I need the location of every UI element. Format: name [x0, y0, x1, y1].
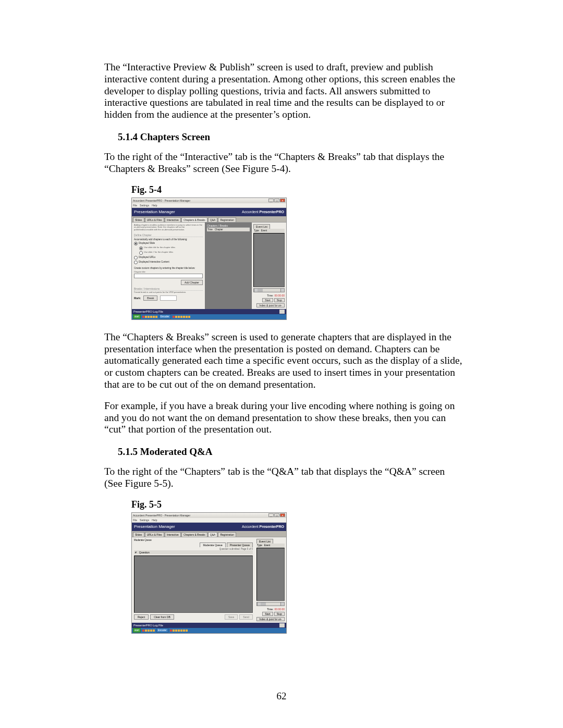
tray-icon[interactable] — [183, 316, 185, 318]
sub-radio-slide-number[interactable]: Use slide # for the chapter titles — [139, 251, 203, 255]
event-list-panel: Event List Type Event Time: — [252, 223, 286, 309]
scroll-thumb[interactable] — [261, 602, 266, 606]
ql-icon[interactable] — [142, 630, 144, 632]
save-button[interactable]: Save — [225, 614, 238, 620]
ql-icon[interactable] — [153, 630, 155, 632]
event-list[interactable] — [253, 233, 285, 287]
subtab-moderate-queue[interactable]: Moderate Queue — [200, 542, 226, 547]
ql-icon[interactable] — [150, 316, 152, 318]
radio-label: Displayed URLs — [139, 256, 155, 258]
ql-icon[interactable] — [155, 316, 157, 318]
tab-registration[interactable]: Registration — [218, 532, 236, 537]
menu-settings[interactable]: Settings — [140, 519, 149, 522]
tab-qa[interactable]: Q&A — [208, 217, 218, 222]
stop-button[interactable]: Stop — [274, 298, 285, 302]
paragraph: To the right of the “Chapters” tab is th… — [104, 466, 464, 490]
tab-registration[interactable]: Registration — [218, 217, 236, 222]
tab-interactive[interactable]: Interactive — [165, 217, 181, 222]
start-button[interactable]: Start — [262, 298, 273, 302]
menu-file[interactable]: File — [133, 204, 137, 207]
chapter-title-input[interactable] — [134, 274, 203, 278]
scrollbar[interactable] — [253, 288, 285, 292]
radio-icon — [134, 256, 138, 260]
tray-icon[interactable] — [173, 630, 175, 632]
scroll-left-icon[interactable] — [254, 289, 258, 292]
window-title: Accordent PresenterPRO - Presentation Ma… — [133, 514, 190, 517]
index-post-button[interactable]: Index & post for on- — [256, 303, 285, 307]
ql-icon[interactable] — [153, 316, 155, 318]
app-banner: Presentation Manager Accordent Presenter… — [132, 523, 286, 531]
minimize-button[interactable]: _ — [268, 199, 274, 202]
scroll-right-icon[interactable] — [280, 289, 284, 292]
tray-icon[interactable] — [170, 630, 172, 632]
index-post-button[interactable]: Index & post for on- — [256, 617, 285, 621]
tab-event-list[interactable]: Event List — [256, 539, 273, 544]
tray-icon[interactable] — [175, 316, 177, 318]
tray-icon[interactable] — [175, 630, 177, 632]
scroll-thumb[interactable] — [258, 289, 263, 292]
ql-icon[interactable] — [142, 316, 144, 318]
radio-displayed-interactive[interactable]: Displayed Interactive Content — [134, 261, 203, 264]
tray-icon[interactable] — [183, 630, 185, 632]
event-list[interactable] — [256, 548, 285, 601]
close-button[interactable]: × — [280, 513, 285, 517]
ql-icon[interactable] — [148, 630, 150, 632]
tray-icon[interactable] — [178, 316, 180, 318]
reject-button[interactable]: Reject — [134, 614, 149, 620]
tab-chapters-breaks[interactable]: Chapters & Breaks — [181, 532, 207, 537]
task-app[interactable]: Encoder — [159, 314, 171, 319]
tray-icon[interactable] — [173, 316, 175, 318]
collapse-icon[interactable] — [279, 310, 285, 314]
tray-icon[interactable] — [180, 316, 182, 318]
tab-interactive[interactable]: Interactive — [165, 532, 181, 537]
tab-event-list[interactable]: Event List — [253, 224, 270, 229]
radio-displayed-urls[interactable]: Displayed URLs — [134, 256, 203, 260]
tray-icon[interactable] — [188, 316, 190, 318]
break-button[interactable]: Break — [143, 295, 157, 301]
menu-help[interactable]: Help — [152, 204, 157, 207]
end-break-field[interactable] — [160, 295, 177, 301]
tray-icon[interactable] — [186, 630, 188, 632]
tray-icon[interactable] — [180, 630, 182, 632]
maximize-button[interactable]: □ — [274, 199, 279, 202]
scrollbar[interactable] — [256, 602, 285, 606]
menubar: File Settings Help — [132, 203, 286, 208]
menu-settings[interactable]: Settings — [140, 204, 149, 207]
tab-slides[interactable]: Slides — [133, 217, 144, 222]
sub-radio-slide-title[interactable]: Use slide title for the chapter titles — [139, 246, 203, 250]
chapters-list[interactable] — [207, 231, 250, 289]
tab-chapters-breaks[interactable]: Chapters & Breaks — [181, 217, 207, 222]
tray-icon[interactable] — [186, 316, 188, 318]
tab-urls-files[interactable]: URLs & Files — [145, 217, 164, 222]
scroll-right-icon[interactable] — [280, 602, 284, 606]
maximize-button[interactable]: □ — [274, 513, 279, 517]
add-chapter-button[interactable]: Add Chapter — [181, 280, 203, 285]
stop-button[interactable]: Stop — [274, 612, 285, 616]
send-button[interactable]: Send — [239, 614, 253, 620]
clear-db-button[interactable]: Clear from DB — [150, 614, 174, 620]
ql-icon[interactable] — [150, 630, 152, 632]
ql-icon[interactable] — [145, 316, 147, 318]
time-value: 00:00:00 — [275, 608, 285, 611]
start-menu-button[interactable]: start — [133, 314, 141, 319]
radio-label: Use slide # for the chapter titles — [144, 251, 173, 254]
radio-displayed-slide[interactable]: Displayed Slide — [134, 242, 203, 245]
close-button[interactable]: × — [280, 199, 285, 202]
ql-icon[interactable] — [145, 630, 147, 632]
ql-icon[interactable] — [148, 316, 150, 318]
tab-slides[interactable]: Slides — [133, 532, 144, 537]
menu-file[interactable]: File — [133, 519, 137, 522]
task-app[interactable]: Encoder — [156, 628, 168, 633]
menu-help[interactable]: Help — [152, 519, 157, 522]
start-menu-button[interactable]: start — [133, 628, 141, 633]
tray-icon[interactable] — [178, 630, 180, 632]
tab-qa[interactable]: Q&A — [208, 532, 218, 537]
col-number: # — [135, 551, 137, 554]
subtab-presenter-queue[interactable]: Presenter Queue — [227, 542, 253, 547]
scroll-left-icon[interactable] — [257, 602, 261, 606]
tab-urls-files[interactable]: URLs & Files — [145, 532, 164, 537]
minimize-button[interactable]: _ — [268, 513, 274, 517]
start-button[interactable]: Start — [262, 612, 273, 616]
question-list[interactable] — [134, 556, 253, 613]
collapse-icon[interactable] — [279, 623, 285, 627]
